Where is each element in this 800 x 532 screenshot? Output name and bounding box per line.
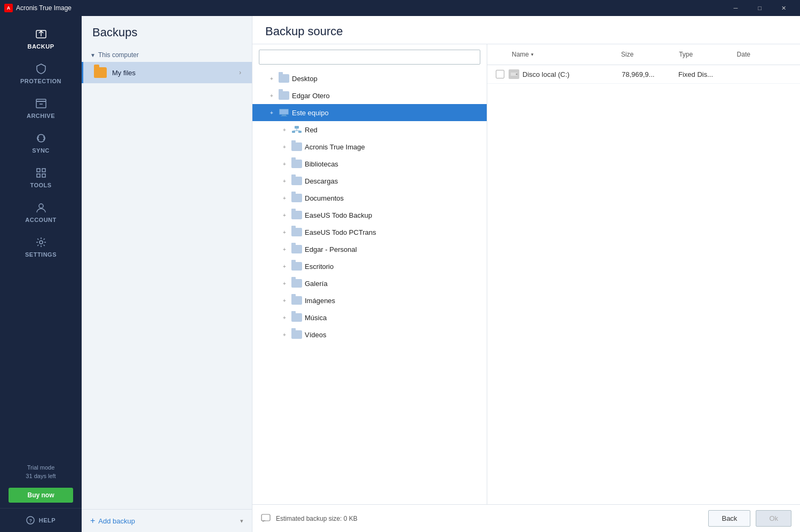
expand-icon: + xyxy=(280,228,289,236)
item-label: Edgar - Personal xyxy=(305,245,357,253)
tree-item-easeus-pctrans[interactable]: + EaseUS Todo PCTrans xyxy=(252,224,487,241)
item-label: Desktop xyxy=(292,75,318,83)
col-header-type[interactable]: Type xyxy=(676,49,733,60)
col-header-date[interactable]: Date xyxy=(734,49,791,60)
folder-icon xyxy=(291,142,303,152)
minimize-button[interactable]: ─ xyxy=(724,0,748,16)
add-backup-label: Add backup xyxy=(98,517,135,525)
trial-line2: 31 days left xyxy=(4,472,77,480)
titlebar-controls: ─ □ ✕ xyxy=(724,0,796,16)
checkbox-spacer xyxy=(496,49,509,60)
back-button[interactable]: Back xyxy=(708,510,750,527)
section-label: This computer xyxy=(98,51,139,59)
col-header-name[interactable]: Name ▾ xyxy=(509,49,618,60)
item-label: Imágenes xyxy=(305,297,335,305)
tree-item-documentos[interactable]: + Documentos xyxy=(252,189,487,207)
sidebar-item-account[interactable]: ACCOUNT xyxy=(0,195,82,229)
add-backup-button[interactable]: + Add backup xyxy=(90,516,236,526)
titlebar-left: A Acronis True Image xyxy=(4,4,72,12)
col-header-size[interactable]: Size xyxy=(618,49,676,60)
backup-source-title: Backup source xyxy=(252,16,800,44)
tree-item-videos[interactable]: + Vídeos xyxy=(252,326,487,343)
col-type-label: Type xyxy=(679,51,693,58)
tree-item-edgar-otero[interactable]: + Edgar Otero xyxy=(252,87,487,104)
expand-icon: + xyxy=(280,330,289,339)
svg-rect-26 xyxy=(262,514,270,521)
item-label: Descargas xyxy=(305,177,338,185)
sidebar-item-settings[interactable]: SETTINGS xyxy=(0,229,82,264)
item-label: EaseUS Todo PCTrans xyxy=(305,228,376,236)
buy-button[interactable]: Buy now xyxy=(9,488,73,503)
add-backup-chevron: ▾ xyxy=(240,518,243,525)
trial-info: Trial mode 31 days left xyxy=(0,459,82,485)
chat-icon xyxy=(261,514,271,523)
sidebar-item-sync[interactable]: SYNC xyxy=(0,125,82,160)
this-computer-header[interactable]: ▼ This computer xyxy=(82,48,252,62)
source-area: + Desktop + Edgar Otero xyxy=(252,44,800,504)
cell-type: Fixed Dis... xyxy=(678,70,735,78)
folder-icon xyxy=(278,91,290,100)
expand-icon: + xyxy=(280,313,289,322)
sidebar-item-help[interactable]: ? HELP xyxy=(0,508,82,532)
archive-icon xyxy=(35,97,47,110)
svg-rect-16 xyxy=(281,116,287,116)
tree-item-este-equipo[interactable]: + Este equipo xyxy=(252,104,487,121)
folder-icon xyxy=(291,193,303,203)
svg-point-25 xyxy=(516,74,518,75)
svg-rect-5 xyxy=(37,169,40,172)
app-logo: A xyxy=(4,4,13,12)
row-checkbox[interactable] xyxy=(496,70,504,78)
tree-item-descargas[interactable]: + Descargas xyxy=(252,172,487,189)
sidebar-item-tools[interactable]: TOOLS xyxy=(0,160,82,195)
details-header: Name ▾ Size Type Date xyxy=(487,44,800,65)
folder-icon xyxy=(291,279,303,288)
close-button[interactable]: ✕ xyxy=(772,0,796,16)
titlebar: A Acronis True Image ─ □ ✕ xyxy=(0,0,800,16)
ok-button[interactable]: Ok xyxy=(756,510,791,527)
sidebar-protection-label: PROTECTION xyxy=(20,78,61,84)
tree-panel: + Desktop + Edgar Otero xyxy=(252,44,487,504)
tree-item-galeria[interactable]: + Galería xyxy=(252,275,487,292)
details-panel: Name ▾ Size Type Date xyxy=(487,44,800,504)
expand-icon: + xyxy=(280,160,289,168)
sidebar-item-backup[interactable]: BACKUP xyxy=(0,21,82,56)
tree-item-bibliotecas[interactable]: + Bibliotecas xyxy=(252,155,487,172)
table-row[interactable]: Disco local (C:) 78,969,9... Fixed Dis..… xyxy=(487,65,800,84)
tree-item-red[interactable]: + Red xyxy=(252,121,487,138)
sidebar-backup-label: BACKUP xyxy=(27,43,54,50)
sidebar-item-archive[interactable]: ARCHIVE xyxy=(0,91,82,125)
maximize-button[interactable]: □ xyxy=(748,0,772,16)
drive-icon xyxy=(509,69,519,79)
folder-icon xyxy=(291,159,303,169)
cell-name: Disco local (C:) xyxy=(509,69,622,79)
item-label: Documentos xyxy=(305,194,344,202)
backup-item-myfiles[interactable]: My files › xyxy=(82,62,252,83)
item-label: Bibliotecas xyxy=(305,160,338,168)
svg-rect-7 xyxy=(37,174,40,177)
cell-size-value: 78,969,9... xyxy=(622,70,654,78)
cell-size: 78,969,9... xyxy=(622,70,678,78)
col-name-label: Name xyxy=(512,51,529,58)
item-label: Galería xyxy=(305,280,328,288)
search-input[interactable] xyxy=(259,50,480,65)
cell-name-value: Disco local (C:) xyxy=(522,70,569,78)
settings-icon xyxy=(35,236,47,249)
folder-icon xyxy=(278,74,290,83)
app-title: Acronis True Image xyxy=(16,4,72,12)
svg-rect-6 xyxy=(42,169,45,172)
folder-icon xyxy=(291,296,303,305)
tree-item-desktop[interactable]: + Desktop xyxy=(252,70,487,87)
tree-item-musica[interactable]: + Música xyxy=(252,309,487,326)
tree-item-edgar-personal[interactable]: + Edgar - Personal xyxy=(252,241,487,258)
panel-left-footer: + Add backup ▾ xyxy=(82,509,252,532)
item-label: Red xyxy=(305,126,318,134)
svg-rect-19 xyxy=(298,131,302,133)
expand-icon: + xyxy=(280,125,289,134)
tree-item-acronis[interactable]: + Acronis True Image xyxy=(252,138,487,155)
tree-item-imagenes[interactable]: + Imágenes xyxy=(252,292,487,309)
sidebar-item-protection[interactable]: PROTECTION xyxy=(0,56,82,91)
svg-rect-2 xyxy=(36,101,46,108)
tree-item-escritorio[interactable]: + Escritorio xyxy=(252,258,487,275)
sort-icon: ▾ xyxy=(531,52,534,57)
tree-item-easeus-backup[interactable]: + EaseUS Todo Backup xyxy=(252,207,487,224)
